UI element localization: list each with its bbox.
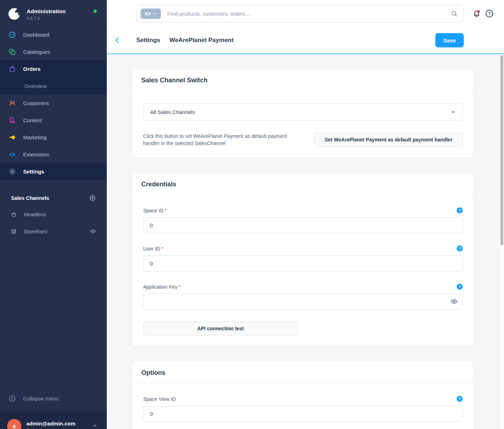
dashboard-icon [9, 31, 16, 38]
user-email: admin@admin.com [26, 420, 75, 427]
sales-channel-storefront[interactable]: Storefront [0, 223, 107, 240]
main-content: Sales Channel Switch All Sales Channels … [107, 54, 499, 429]
options-card: Options Space View ID ? Integration [132, 361, 473, 429]
sales-channel-label: Storefront [24, 228, 47, 234]
sidebar-item-marketing[interactable]: Marketing [0, 129, 107, 146]
settings-gear-icon [9, 168, 16, 175]
sidebar-item-label: Orders [23, 66, 41, 72]
basket-icon [11, 211, 17, 217]
content-icon [9, 117, 16, 124]
space-view-id-label: Space View ID [143, 396, 176, 402]
orders-nav-group: Orders Overview [0, 60, 107, 94]
sidebar-item-label: Overview [25, 83, 47, 89]
online-status-dot [94, 10, 97, 13]
sidebar-item-dashboard[interactable]: Dashboard [0, 26, 107, 43]
space-id-field-group: Space ID* ? [143, 207, 463, 233]
sidebar-item-orders[interactable]: Orders [0, 60, 107, 77]
space-id-input[interactable] [143, 217, 463, 233]
card-title: Credentials [132, 172, 473, 195]
top-bar: All ? [107, 0, 504, 27]
back-button[interactable] [113, 36, 122, 45]
application-key-help-icon[interactable]: ? [457, 284, 463, 290]
notifications-button[interactable] [472, 9, 481, 18]
sidebar-item-settings[interactable]: Settings [0, 163, 107, 180]
search-scope-label: All [145, 11, 151, 16]
card-title: Options [132, 361, 473, 384]
breadcrumb-settings[interactable]: Settings [136, 37, 160, 44]
sidebar-item-catalogues[interactable]: Catalogues [0, 43, 107, 60]
sidebar: Administration 6.6.7.0 Dashboard Catalog… [0, 0, 107, 429]
sidebar-item-customers[interactable]: Customers [0, 94, 107, 112]
app-version: 6.6.7.0 [27, 16, 65, 21]
sidebar-item-extensions[interactable]: Extensions [0, 146, 107, 163]
storefront-preview-eye-icon[interactable] [90, 228, 96, 234]
required-marker: * [165, 208, 167, 213]
chevron-left-icon [113, 36, 122, 45]
search-scope-dropdown[interactable]: All [141, 9, 161, 19]
sales-channel-headless[interactable]: Headless [0, 206, 107, 223]
sidebar-item-content[interactable]: Content [0, 112, 107, 129]
smart-bar: Settings WeArePlanet Payment Save [107, 27, 504, 54]
extensions-icon [9, 151, 16, 158]
sales-channel-label: Headless [24, 211, 46, 217]
sales-channels-header: Sales Channels [11, 195, 49, 201]
eye-icon [450, 298, 458, 305]
space-view-id-help-icon[interactable]: ? [457, 396, 463, 402]
application-key-field-group: Application Key* ? [143, 284, 463, 310]
toggle-password-visibility-button[interactable] [450, 298, 458, 305]
space-view-id-input[interactable] [143, 406, 463, 422]
sidebar-item-label: Marketing [23, 134, 47, 140]
add-sales-channel-button[interactable] [89, 195, 96, 201]
space-id-label: Space ID* [143, 208, 167, 213]
chevron-up-icon [93, 423, 98, 428]
default-handler-description: Click this button to set WeArePlanet Pay… [143, 133, 300, 147]
storefront-icon [11, 228, 17, 234]
application-key-label: Application Key* [143, 284, 180, 290]
sales-channels-list: Headless Storefront [0, 206, 107, 240]
chevron-down-icon [451, 109, 456, 114]
set-default-payment-handler-button[interactable]: Set WeArePlanet Payment as default payme… [314, 133, 463, 146]
app-title: Administration [27, 8, 65, 15]
collapse-circle-icon [9, 395, 16, 402]
sidebar-item-label: Settings [23, 169, 44, 175]
chevron-down-icon [153, 12, 157, 16]
sales-channels-section: Sales Channels [0, 195, 107, 202]
space-id-help-icon[interactable]: ? [457, 207, 463, 213]
sales-channel-select[interactable]: All Sales Channels [143, 103, 463, 120]
app-window: Administration 6.6.7.0 Dashboard Catalog… [0, 0, 504, 429]
sales-channel-select-value: All Sales Channels [150, 109, 195, 115]
scrollbar-thumb[interactable] [500, 55, 503, 245]
page-title: WeArePlanet Payment [169, 37, 233, 44]
api-connection-test-button[interactable]: API connection test [143, 322, 298, 335]
user-id-input[interactable] [143, 255, 463, 272]
credentials-card: Credentials Space ID* ? User ID* [132, 172, 473, 346]
help-button[interactable]: ? [485, 9, 494, 18]
notification-badge [477, 10, 480, 13]
svg-text:?: ? [488, 11, 491, 16]
avatar: A [7, 419, 21, 429]
marketing-icon [9, 134, 16, 141]
sidebar-item-orders-overview[interactable]: Overview [0, 77, 107, 94]
search-input[interactable] [161, 10, 451, 17]
sidebar-item-label: Extensions [23, 151, 49, 157]
customers-icon [9, 99, 16, 107]
settings-nav-group: Settings [0, 163, 107, 180]
collapse-menu-button[interactable]: Collapse menu [0, 390, 107, 407]
search-icon [451, 10, 458, 17]
space-view-id-field-group: Space View ID ? [143, 396, 463, 422]
user-menu[interactable]: A admin@admin.com Administrator [0, 412, 107, 429]
collapse-menu-label: Collapse menu [23, 396, 59, 402]
shopware-logo-icon [8, 7, 21, 21]
user-id-help-icon[interactable]: ? [457, 245, 463, 252]
app-logo-block[interactable]: Administration 6.6.7.0 [0, 0, 107, 21]
save-button[interactable]: Save [435, 33, 464, 47]
user-id-field-group: User ID* ? [143, 245, 463, 272]
orders-icon [9, 65, 16, 73]
bell-icon [472, 9, 481, 18]
scrollbar-track[interactable] [499, 54, 504, 429]
application-key-input[interactable] [143, 294, 463, 310]
question-circle-icon: ? [485, 9, 494, 18]
required-marker: * [161, 246, 163, 252]
main-navigation: Dashboard Catalogues Orders Overview [0, 26, 107, 180]
user-id-label: User ID* [143, 246, 163, 252]
